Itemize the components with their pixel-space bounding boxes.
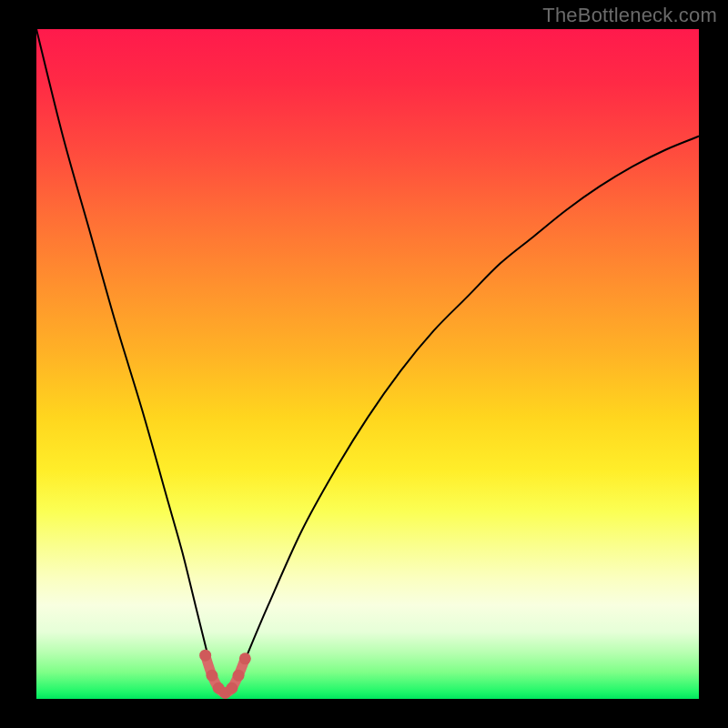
plot-area: [36, 29, 699, 699]
optimal-dot: [226, 682, 238, 694]
optimal-region-dots: [199, 650, 251, 699]
optimal-dot: [239, 652, 251, 664]
optimal-dot: [199, 650, 211, 662]
optimal-dot: [233, 670, 245, 682]
curve-svg: [36, 29, 699, 699]
chart-frame: TheBottleneck.com: [0, 0, 728, 728]
watermark-text: TheBottleneck.com: [542, 4, 717, 27]
optimal-dot: [206, 670, 217, 682]
bottleneck-curve: [36, 29, 699, 695]
